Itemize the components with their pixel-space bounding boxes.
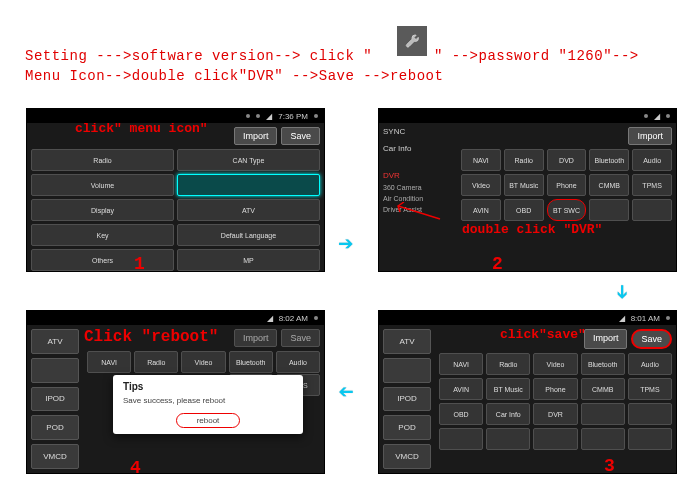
menu-item[interactable]: Display (31, 199, 174, 221)
grid-item[interactable]: Video (533, 353, 577, 375)
clock: 8:02 AM (279, 314, 308, 323)
import-button[interactable]: Import (234, 329, 278, 347)
grid-item[interactable]: TPMS (628, 378, 672, 400)
tab-item[interactable]: NAVI (87, 351, 131, 373)
sidebar-label: Car Info (383, 144, 453, 153)
tab-item[interactable]: Bluetooth (229, 351, 273, 373)
grid-item[interactable]: TPMS (632, 174, 672, 196)
sidebar-item[interactable]: ATV (383, 329, 431, 354)
annotation-2: double click "DVR" (462, 222, 602, 237)
menu-item[interactable]: MP (177, 249, 320, 271)
grid-item[interactable]: BT Music (486, 378, 530, 400)
step-number-4: 4 (130, 458, 141, 478)
menu-item[interactable]: CAN Type (177, 149, 320, 171)
wrench-icon-box (397, 26, 427, 56)
reboot-button[interactable]: reboot (176, 413, 241, 428)
grid-item[interactable]: DVD (547, 149, 587, 171)
menu-item-highlight[interactable] (177, 174, 320, 196)
sidebar-item[interactable]: IPOD (31, 387, 79, 412)
grid-item[interactable]: NAVI (439, 353, 483, 375)
grid-item[interactable]: Video (461, 174, 501, 196)
annotation-3: click"save" (500, 327, 586, 342)
import-button[interactable]: Import (234, 127, 278, 145)
grid-item[interactable] (589, 199, 629, 221)
clock: 7:36 PM (278, 112, 308, 121)
sidebar-item[interactable]: IPOD (383, 387, 431, 412)
annotation-1: click" menu icon" (75, 121, 208, 136)
step-number-2: 2 (492, 254, 503, 274)
grid-item[interactable]: DVR (533, 403, 577, 425)
menu-rows: RadioCAN Type Volume DisplayATV KeyDefau… (31, 149, 320, 271)
sidebar-item-dvr[interactable]: DVR (383, 171, 453, 180)
sidebar-item[interactable]: 360 Camera (383, 184, 453, 191)
grid-item[interactable] (581, 403, 625, 425)
clock: 8:01 AM (631, 314, 660, 323)
sidebar-item[interactable]: VMCD (383, 444, 431, 469)
menu-item[interactable]: ATV (177, 199, 320, 221)
grid-item[interactable]: BT Music (504, 174, 544, 196)
wifi-icon: ◢ (266, 112, 272, 121)
grid-item[interactable] (486, 428, 530, 450)
grid-item[interactable]: NAVI (461, 149, 501, 171)
status-bar: ◢ (379, 109, 676, 123)
sidebar-item[interactable]: POD (383, 415, 431, 440)
sidebar: SYNC Car Info DVR 360 Camera Air Conditi… (379, 123, 457, 271)
sidebar-item[interactable]: VMCD (31, 444, 79, 469)
grid-item[interactable]: CMMB (581, 378, 625, 400)
grid-item[interactable] (628, 428, 672, 450)
menu-item[interactable]: Key (31, 224, 174, 246)
sidebar-item[interactable]: POD (31, 415, 79, 440)
grid-item-btswc[interactable]: BT SWC (547, 199, 587, 221)
arrow-right-icon: ➔ (338, 228, 354, 260)
grid-item[interactable] (632, 199, 672, 221)
sidebar-item[interactable]: Air Condition (383, 195, 453, 202)
sidebar: ATV IPOD POD VMCD (27, 325, 83, 473)
grid-item[interactable]: AVIN (461, 199, 501, 221)
grid-item[interactable]: OBD (439, 403, 483, 425)
instruction-line-1a: Setting --->software version--> click " (25, 48, 372, 64)
arrow-left-icon: ➔ (338, 376, 354, 408)
tab-item[interactable]: Video (181, 351, 225, 373)
menu-item[interactable]: Default Language (177, 224, 320, 246)
grid-item[interactable]: Radio (504, 149, 544, 171)
import-button[interactable]: Import (584, 329, 628, 349)
wrench-icon (404, 33, 420, 49)
save-button[interactable]: Save (281, 329, 320, 347)
step-number-1: 1 (134, 254, 145, 274)
save-button[interactable]: Save (281, 127, 320, 145)
grid-item[interactable]: Bluetooth (581, 353, 625, 375)
grid-item[interactable] (628, 403, 672, 425)
grid-item[interactable]: OBD (504, 199, 544, 221)
menu-item[interactable]: Others (31, 249, 174, 271)
import-button[interactable]: Import (628, 127, 672, 145)
grid-item[interactable]: Radio (486, 353, 530, 375)
grid-item[interactable]: AVIN (439, 378, 483, 400)
sidebar-item[interactable]: ATV (31, 329, 79, 354)
grid-item[interactable] (439, 428, 483, 450)
sidebar-item[interactable] (383, 358, 431, 383)
annotation-4: Click "reboot" (84, 328, 218, 346)
red-arrow-dvr (394, 202, 442, 222)
tab-item[interactable]: Radio (134, 351, 178, 373)
grid-item[interactable]: Audio (628, 353, 672, 375)
grid-item[interactable]: CMMB (589, 174, 629, 196)
step-number-3: 3 (604, 456, 615, 476)
instruction-line-2: Menu Icon-->double click"DVR" -->Save --… (25, 68, 443, 84)
arrow-down-icon: ➔ (606, 284, 638, 300)
grid-item[interactable] (533, 428, 577, 450)
menu-item[interactable]: Volume (31, 174, 174, 196)
sidebar: ATV IPOD POD VMCD (379, 325, 435, 473)
tab-item[interactable]: Audio (276, 351, 320, 373)
menu-item[interactable]: Radio (31, 149, 174, 171)
svg-line-0 (398, 206, 440, 219)
grid-item[interactable]: Bluetooth (589, 149, 629, 171)
sidebar-label: SYNC (383, 127, 453, 136)
grid-item[interactable]: Audio (632, 149, 672, 171)
reboot-dialog: Tips Save success, please reboot reboot (113, 375, 303, 434)
grid-item[interactable]: Phone (533, 378, 577, 400)
grid-item[interactable]: Phone (547, 174, 587, 196)
save-button[interactable]: Save (631, 329, 672, 349)
sidebar-item[interactable] (31, 358, 79, 383)
grid-item[interactable]: Car Info (486, 403, 530, 425)
grid-item[interactable] (581, 428, 625, 450)
